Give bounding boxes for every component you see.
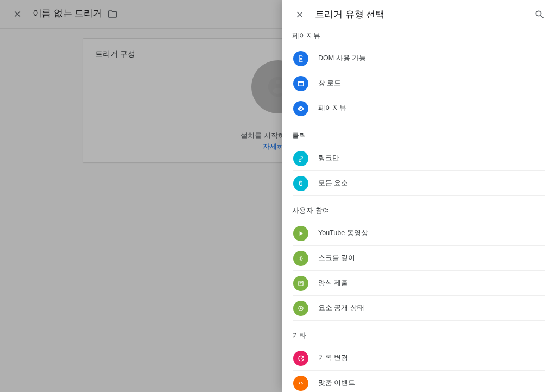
svg-point-5 [302, 258, 303, 258]
section-label: 클릭 [292, 131, 545, 141]
section: 사용자 참여YouTube 동영상스크롤 깊이양식 제출요소 공개 상태 [282, 206, 556, 321]
svg-point-4 [299, 258, 299, 258]
trigger-type-item[interactable]: 창 로드 [293, 71, 545, 96]
section-label: 페이지뷰 [292, 31, 545, 41]
item-label: YouTube 동영상 [318, 229, 368, 238]
item-label: 모든 요소 [318, 179, 348, 188]
play-icon [293, 226, 308, 241]
section-label: 기타 [292, 331, 545, 340]
visibility-icon [293, 301, 308, 316]
close-icon[interactable] [293, 8, 306, 21]
item-label: 페이지뷰 [318, 104, 346, 113]
scroll-icon [293, 251, 308, 266]
section-label: 사용자 참여 [292, 206, 545, 216]
trigger-type-item[interactable]: 모든 요소 [293, 171, 545, 196]
trigger-type-item[interactable]: 링크만 [293, 146, 545, 171]
svg-point-10 [300, 307, 302, 309]
item-label: 맞춤 이벤트 [318, 378, 355, 388]
item-label: DOM 사용 가능 [318, 54, 366, 63]
history-icon [293, 351, 308, 366]
item-label: 창 로드 [318, 79, 341, 88]
form-icon [293, 276, 308, 291]
link-icon [293, 151, 308, 166]
item-label: 기록 변경 [318, 353, 348, 363]
trigger-type-item[interactable]: 기록 변경 [293, 346, 545, 371]
mouse-icon [293, 176, 308, 191]
svg-rect-6 [299, 281, 303, 285]
trigger-type-item[interactable]: 요소 공개 상태 [293, 296, 545, 321]
trigger-type-item[interactable]: DOM 사용 가능 [293, 46, 545, 71]
item-label: 링크만 [318, 154, 339, 163]
drawer-title: 트리거 유형 선택 [315, 8, 534, 21]
section: 페이지뷰DOM 사용 가능창 로드페이지뷰 [282, 31, 556, 121]
trigger-type-item[interactable]: 맞춤 이벤트 [293, 371, 545, 392]
item-label: 스크롤 깊이 [318, 254, 355, 263]
drawer-header: 트리거 유형 선택 [282, 0, 556, 29]
trigger-type-item[interactable]: 양식 제출 [293, 271, 545, 296]
window-icon [293, 76, 308, 91]
doc-icon [293, 51, 308, 66]
trigger-type-drawer: 트리거 유형 선택 페이지뷰DOM 사용 가능창 로드페이지뷰클릭링크만모든 요… [282, 0, 556, 392]
svg-rect-1 [298, 81, 303, 82]
trigger-type-item[interactable]: YouTube 동영상 [293, 221, 545, 246]
eye-icon [293, 101, 308, 116]
section: 클릭링크만모든 요소 [282, 131, 556, 196]
item-label: 요소 공개 상태 [318, 304, 364, 313]
item-label: 양식 제출 [318, 279, 348, 288]
section: 기타기록 변경맞춤 이벤트 [282, 331, 556, 392]
trigger-type-item[interactable]: 스크롤 깊이 [293, 246, 545, 271]
code-icon [293, 376, 308, 391]
search-icon[interactable] [534, 9, 545, 20]
trigger-type-item[interactable]: 페이지뷰 [293, 96, 545, 121]
